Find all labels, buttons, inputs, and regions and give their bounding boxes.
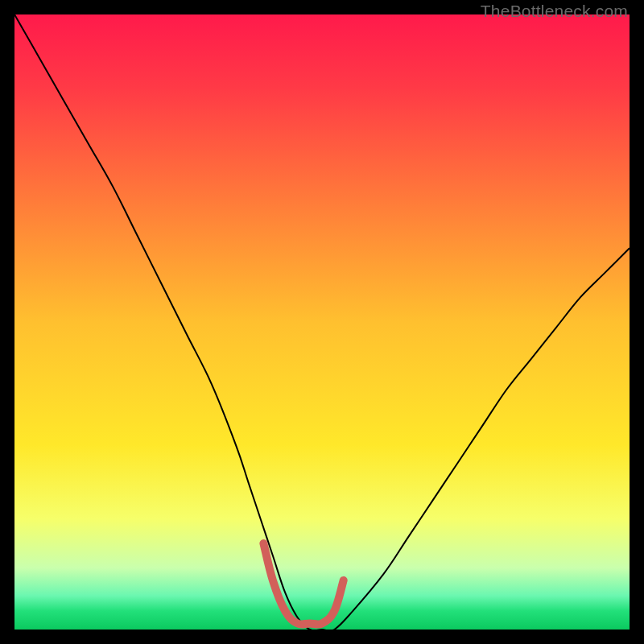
gradient-background <box>14 14 630 630</box>
watermark-text: TheBottleneck.com <box>481 2 628 21</box>
chart-frame <box>14 14 630 630</box>
bottleneck-chart <box>14 14 630 630</box>
